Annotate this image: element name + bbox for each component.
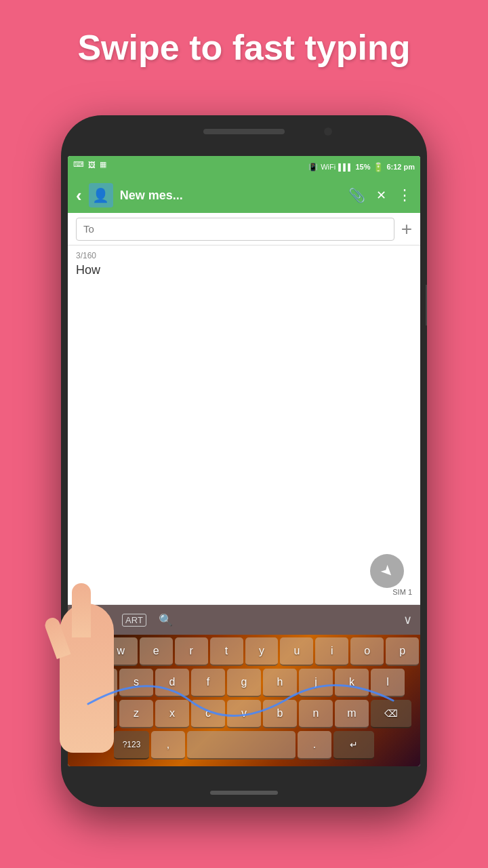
toolbar-left-icons: ≡ ☺ ART 🔍 (76, 612, 173, 628)
key-z[interactable]: z (119, 700, 153, 728)
key-g[interactable]: g (227, 669, 261, 697)
numbers-key[interactable]: ?123 (114, 731, 149, 760)
menu-icon[interactable]: ≡ (76, 612, 84, 628)
key-c[interactable]: c (191, 700, 225, 728)
battery-percent: 15% (355, 163, 370, 171)
message-body: 3/160 How ➤ SIM 1 (68, 245, 420, 605)
backspace-key[interactable]: ⌫ (371, 700, 411, 728)
period-key[interactable]: . (298, 731, 331, 760)
keyboard-row-1: q w e r t y u i o p (69, 637, 419, 666)
key-k[interactable]: k (335, 669, 369, 697)
key-t[interactable]: t (210, 637, 243, 666)
clock: 6:12 pm (386, 163, 415, 171)
key-r[interactable]: r (175, 637, 208, 666)
phone-screen: ⌨ 🖼 ▦ 📳 WiFi ▌▌▌ 15% 🔋 6:12 pm ‹ 👤 (68, 156, 420, 766)
key-a[interactable]: a (83, 669, 117, 697)
key-l[interactable]: l (371, 669, 405, 697)
key-h[interactable]: h (263, 669, 297, 697)
collapse-icon[interactable]: ∨ (403, 612, 412, 627)
art-icon[interactable]: ART (122, 614, 146, 627)
keyboard-row-3: ⇧ z x c v b n m ⌫ (69, 700, 419, 728)
app-header: ‹ 👤 New mes... 📎 ✕ ⋮ (68, 178, 420, 213)
enter-key[interactable]: ↵ (333, 731, 374, 760)
vibrate-icon: 📳 (308, 163, 318, 172)
barcode-icon: ▦ (100, 160, 106, 169)
phone-frame: ⌨ 🖼 ▦ 📳 WiFi ▌▌▌ 15% 🔋 6:12 pm ‹ 👤 (61, 115, 427, 807)
phone-top-bar (203, 129, 285, 134)
contact-avatar: 👤 (89, 183, 113, 208)
message-text[interactable]: How (76, 263, 412, 277)
key-p[interactable]: p (386, 637, 419, 666)
send-area: ➤ SIM 1 (392, 585, 412, 596)
key-y[interactable]: y (245, 637, 279, 666)
signal-icon: ▌▌▌ (338, 163, 352, 171)
battery-icon: 🔋 (373, 162, 384, 172)
phone-bottom-bar (210, 791, 278, 795)
avatar-icon: 👤 (92, 187, 109, 203)
key-q[interactable]: q (69, 637, 102, 666)
status-bar: ⌨ 🖼 ▦ 📳 WiFi ▌▌▌ 15% 🔋 6:12 pm (68, 156, 420, 178)
wifi-icon: WiFi (321, 163, 336, 171)
char-count: 3/160 (76, 251, 412, 260)
send-button[interactable]: ➤ (370, 554, 404, 588)
message-title: New mes... (120, 189, 342, 203)
top-heading: Swipe to fast typing (0, 27, 488, 68)
key-e[interactable]: e (140, 637, 173, 666)
space-key[interactable] (187, 731, 296, 760)
key-d[interactable]: d (155, 669, 189, 697)
more-button[interactable]: ⋮ (397, 186, 412, 204)
back-button[interactable]: ‹ (76, 185, 82, 206)
recipient-input[interactable] (76, 218, 394, 241)
key-f[interactable]: f (191, 669, 225, 697)
keyboard-icon: ⌨ (73, 160, 84, 169)
status-right-icons: 📳 WiFi ▌▌▌ 15% 🔋 6:12 pm (308, 162, 415, 172)
add-recipient-button[interactable]: + (401, 218, 412, 240)
keyboard-toolbar: ≡ ☺ ART 🔍 ∨ (68, 605, 420, 635)
to-field-row: + (68, 213, 420, 245)
emoji-icon[interactable]: ☺ (96, 612, 110, 628)
search-icon[interactable]: 🔍 (159, 613, 173, 627)
key-j[interactable]: j (299, 669, 333, 697)
key-v[interactable]: v (227, 700, 261, 728)
image-icon: 🖼 (88, 161, 96, 169)
volume-button (426, 285, 427, 326)
key-w[interactable]: w (104, 637, 138, 666)
keyboard-row-4: ?123 , . ↵ (69, 731, 419, 760)
close-button[interactable]: ✕ (376, 188, 386, 203)
phone-camera (324, 127, 332, 136)
sim-label: SIM 1 (392, 588, 412, 596)
keyboard-row-2: a s d f g h j k l (69, 669, 419, 697)
send-icon: ➤ (376, 560, 397, 581)
header-action-icons: 📎 ✕ ⋮ (348, 186, 412, 204)
comma-key[interactable]: , (151, 731, 185, 760)
attach-button[interactable]: 📎 (348, 187, 365, 203)
keyboard: q w e r t y u i o p a s d f g (68, 635, 420, 766)
key-b[interactable]: b (263, 700, 297, 728)
key-x[interactable]: x (155, 700, 189, 728)
key-n[interactable]: n (299, 700, 333, 728)
key-o[interactable]: o (350, 637, 384, 666)
key-s[interactable]: s (119, 669, 153, 697)
key-u[interactable]: u (280, 637, 313, 666)
key-m[interactable]: m (335, 700, 369, 728)
shift-key[interactable]: ⇧ (77, 700, 117, 728)
status-left-icons: ⌨ 🖼 ▦ (73, 160, 106, 169)
key-i[interactable]: i (315, 637, 348, 666)
